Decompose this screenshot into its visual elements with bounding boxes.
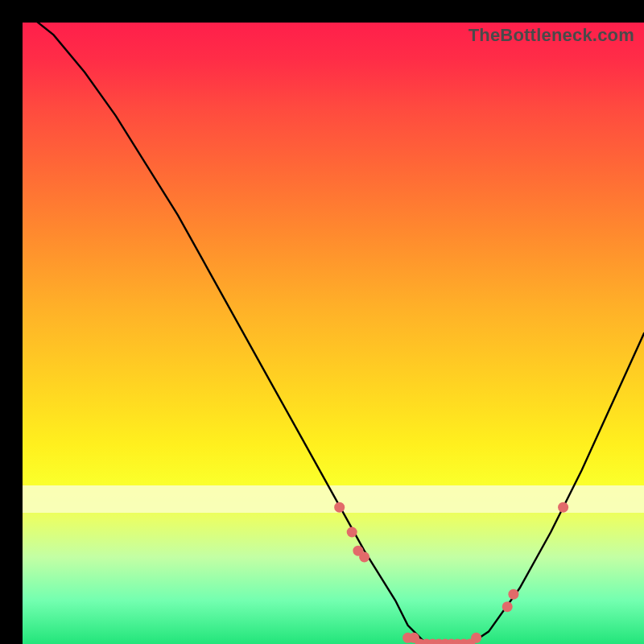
data-marker [508,589,518,600]
data-marker [558,502,568,513]
chart-svg [23,23,644,644]
chart-frame: TheBottleneck.com [11,11,633,633]
data-marker [502,601,513,612]
bottleneck-curve [23,23,644,644]
data-marker [359,551,369,562]
data-marker [347,527,357,538]
watermark-text: TheBottleneck.com [469,25,634,46]
data-markers [334,502,568,644]
data-marker [334,502,345,513]
plot-area: TheBottleneck.com [23,23,644,644]
data-marker [471,633,481,643]
